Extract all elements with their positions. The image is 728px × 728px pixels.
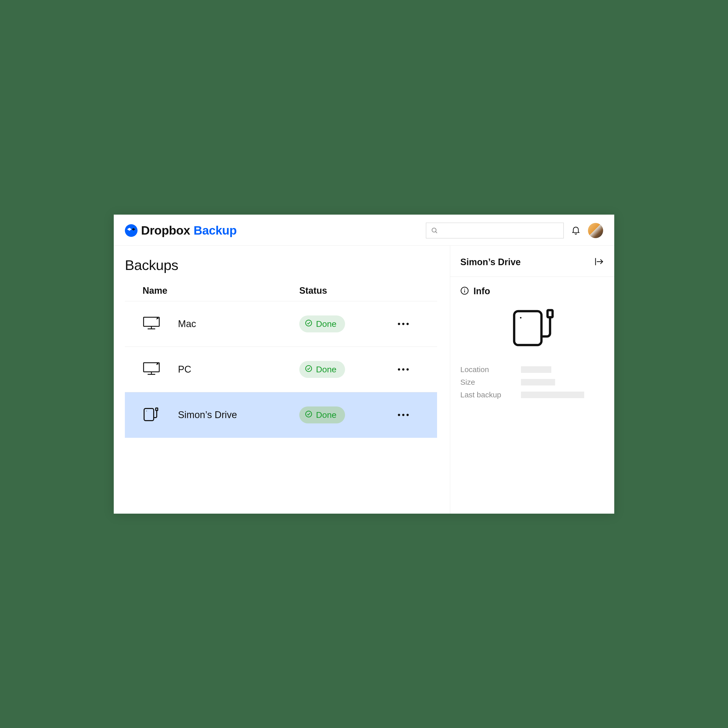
- svg-point-10: [306, 411, 312, 417]
- table-row[interactable]: PC Done: [125, 347, 437, 392]
- svg-rect-16: [514, 311, 541, 345]
- svg-line-2: [436, 231, 437, 233]
- more-actions-button[interactable]: [398, 414, 409, 416]
- brand-name: Dropbox: [141, 223, 190, 237]
- notifications-button[interactable]: [570, 225, 582, 236]
- meta-label: Size: [460, 378, 521, 387]
- details-header: Simon’s Drive: [450, 246, 614, 277]
- brand-product: Backup: [194, 223, 237, 237]
- column-header-status: Status: [299, 285, 390, 296]
- desktop-icon: [142, 316, 160, 331]
- status-badge: Done: [299, 315, 345, 332]
- svg-point-17: [520, 317, 522, 318]
- backups-table: Name Status: [125, 285, 437, 438]
- table-header: Name Status: [125, 285, 437, 301]
- table-row[interactable]: Mac Done: [125, 301, 437, 347]
- info-illustration: [450, 299, 614, 363]
- svg-point-6: [306, 366, 312, 372]
- meta-size: Size: [460, 376, 604, 388]
- table-row[interactable]: Simon’s Drive Done: [125, 392, 437, 438]
- status-text: Done: [316, 410, 336, 420]
- external-drive-icon: [509, 307, 555, 350]
- meta-value-placeholder: [521, 392, 584, 398]
- row-name: Simon’s Drive: [178, 410, 299, 421]
- column-header-name: Name: [142, 285, 299, 296]
- meta-last-backup: Last backup: [460, 388, 604, 401]
- row-name: Mac: [178, 318, 299, 329]
- status-text: Done: [316, 364, 336, 375]
- info-label: Info: [473, 286, 490, 297]
- meta-value-placeholder: [521, 366, 551, 373]
- info-icon: [460, 286, 469, 296]
- svg-rect-7: [144, 408, 154, 421]
- meta-location: Location: [460, 363, 604, 376]
- check-circle-icon: [305, 364, 312, 375]
- svg-point-8: [146, 410, 147, 411]
- status-badge: Done: [299, 361, 345, 378]
- svg-rect-9: [156, 408, 158, 410]
- brand: Dropbox Backup: [125, 223, 237, 237]
- desktop-icon: [142, 362, 160, 377]
- info-meta: Location Size Last backup: [450, 363, 614, 401]
- meta-label: Last backup: [460, 390, 521, 399]
- collapse-panel-button[interactable]: [595, 257, 604, 267]
- check-circle-icon: [305, 319, 312, 329]
- bell-icon: [571, 225, 581, 236]
- svg-point-4: [306, 320, 312, 326]
- svg-point-1: [432, 228, 436, 232]
- search-icon: [431, 227, 438, 234]
- more-actions-button[interactable]: [398, 368, 409, 370]
- search-input[interactable]: [426, 223, 564, 239]
- app-header: Dropbox Backup: [114, 215, 614, 246]
- svg-point-0: [125, 224, 138, 237]
- app-body: Backups Name Status: [114, 246, 614, 514]
- status-badge: Done: [299, 407, 345, 424]
- meta-label: Location: [460, 365, 521, 374]
- svg-point-15: [464, 289, 465, 289]
- avatar[interactable]: [588, 223, 603, 238]
- row-name: PC: [178, 364, 299, 375]
- meta-value-placeholder: [521, 379, 555, 385]
- main-content: Backups Name Status: [114, 246, 450, 514]
- check-circle-icon: [305, 410, 312, 420]
- details-title: Simon’s Drive: [460, 257, 521, 268]
- external-drive-icon: [142, 407, 158, 423]
- page-title: Backups: [125, 257, 450, 273]
- info-section-header: Info: [450, 277, 614, 299]
- svg-rect-18: [548, 310, 552, 317]
- details-panel: Simon’s Drive: [450, 246, 614, 514]
- app-window: Dropbox Backup Backups: [114, 215, 614, 514]
- more-actions-button[interactable]: [398, 323, 409, 325]
- status-text: Done: [316, 319, 336, 329]
- dropbox-logo-icon: [125, 224, 138, 237]
